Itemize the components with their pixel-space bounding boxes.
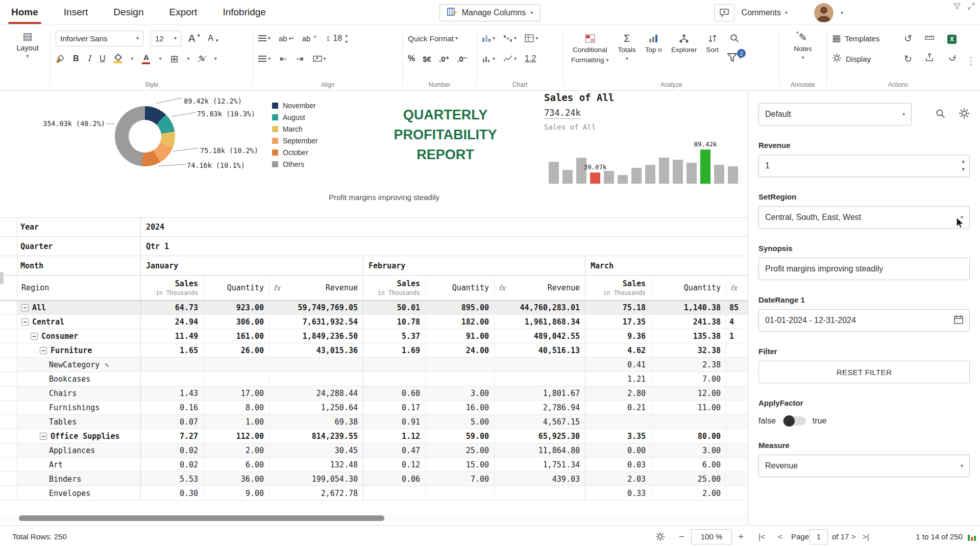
italic-button[interactable]: I xyxy=(88,55,91,63)
table-cell[interactable] xyxy=(726,358,748,371)
wrap-text-button[interactable]: ab↩ xyxy=(279,35,294,42)
font-family-select[interactable]: Inforiver Sans▾ xyxy=(56,31,143,46)
avatar-chevron-icon[interactable]: ▾ xyxy=(841,10,843,15)
fit-text-button[interactable]: ab＋ xyxy=(302,35,318,42)
increase-indent-button[interactable]: ⇥ xyxy=(296,55,303,63)
page-input[interactable] xyxy=(810,529,828,544)
table-cell[interactable]: 1,849,236.50 xyxy=(269,329,363,343)
synopsis-input[interactable] xyxy=(758,258,970,280)
table-cell[interactable]: 0.00 xyxy=(585,443,651,457)
table-cell[interactable]: 9.00 xyxy=(203,486,269,500)
comments-dropdown[interactable]: Comments ▾ xyxy=(742,8,788,17)
increase-font-button[interactable]: A▲ xyxy=(188,33,201,43)
pane-handle[interactable] xyxy=(0,272,4,284)
horizontal-scrollbar[interactable] xyxy=(0,514,748,522)
table-cell[interactable]: 69.38 xyxy=(269,415,363,429)
band-value-year[interactable]: 2024 xyxy=(141,218,725,236)
table-cell[interactable] xyxy=(425,372,494,386)
collapse-toggle-icon[interactable]: − xyxy=(40,433,47,440)
focus-mode-icon[interactable] xyxy=(968,3,975,12)
table-cell[interactable]: 24.00 xyxy=(425,343,494,357)
percent-format-button[interactable]: % xyxy=(408,55,415,63)
table-cell[interactable]: 65,925.30 xyxy=(494,429,585,443)
row-label-cell[interactable]: −Office Supplies xyxy=(17,429,141,443)
table-cell[interactable] xyxy=(726,472,748,486)
table-cell[interactable]: 80.00 xyxy=(651,429,726,443)
display-button[interactable]: Display xyxy=(832,53,897,64)
table-cell[interactable] xyxy=(494,486,585,500)
decrease-font-button[interactable]: A▼ xyxy=(208,34,219,42)
mini-chart-icon[interactable] xyxy=(968,526,976,547)
table-cell[interactable]: 0.30 xyxy=(141,486,203,500)
table-cell[interactable]: 1.12 xyxy=(363,429,425,443)
table-cell[interactable]: 91.00 xyxy=(425,329,494,343)
table-cell[interactable]: 3.00 xyxy=(651,443,726,457)
table-cell[interactable]: 43,015.36 xyxy=(269,343,363,357)
table-cell[interactable] xyxy=(726,343,748,357)
table-cell[interactable]: 32.38 xyxy=(651,343,726,357)
bar-column[interactable] xyxy=(645,165,655,184)
table-cell[interactable]: 4 xyxy=(726,315,748,329)
table-cell[interactable]: 6.00 xyxy=(651,458,726,471)
table-cell[interactable]: 0.16 xyxy=(141,401,203,414)
table-cell[interactable]: 59.00 xyxy=(425,429,494,443)
zoom-level[interactable]: 100 % xyxy=(691,526,732,547)
tab-home[interactable]: Home xyxy=(11,0,38,25)
table-cell[interactable]: 0.03 xyxy=(585,458,651,471)
table-cell[interactable]: 17.35 xyxy=(585,315,651,329)
table-cell[interactable]: 439.03 xyxy=(494,472,585,486)
setregion-select[interactable]: Central, South, East, West▾ xyxy=(758,206,970,229)
bold-button[interactable]: B xyxy=(73,55,79,63)
share-button[interactable] xyxy=(919,53,940,64)
table-cell[interactable]: 0.60 xyxy=(363,386,425,400)
font-color-button[interactable]: A xyxy=(142,54,150,64)
bar[interactable] xyxy=(618,175,628,184)
table-cell[interactable]: 59,749,769.05 xyxy=(269,301,363,314)
row-height-stepper[interactable]: ↕ 18 ▴▾ xyxy=(326,33,348,44)
clear-format-button[interactable]: ✎ xyxy=(198,55,205,63)
month-header-february[interactable]: February xyxy=(363,256,585,275)
table-cell[interactable]: 895.00 xyxy=(425,301,494,314)
table-cell[interactable]: 44,760,283.01 xyxy=(494,301,585,314)
legend-item[interactable]: November xyxy=(272,102,317,110)
spinner-chevrons[interactable]: ▴▾ xyxy=(962,158,965,172)
table-cell[interactable]: 36.00 xyxy=(203,472,269,486)
table-cell[interactable] xyxy=(726,429,748,443)
redo-button[interactable]: ↻ xyxy=(897,53,919,65)
decrease-indent-button[interactable]: ⇤ xyxy=(280,55,287,63)
table-cell[interactable]: 1,250.64 xyxy=(269,401,363,414)
table-cell[interactable]: 161.00 xyxy=(203,329,269,343)
col-header-revenue[interactable]: fxRevenue xyxy=(494,276,585,300)
table-cell[interactable] xyxy=(494,372,585,386)
table-cell[interactable]: 1 xyxy=(726,329,748,343)
band-label-quarter[interactable]: Quarter xyxy=(17,237,141,256)
table-cell[interactable]: 2.00 xyxy=(203,443,269,457)
table-cell[interactable]: 0.02 xyxy=(141,443,203,457)
table-cell[interactable]: 25.00 xyxy=(425,443,494,457)
revenue-input[interactable] xyxy=(758,155,970,177)
bar[interactable] xyxy=(631,168,642,184)
bar-column[interactable] xyxy=(659,158,669,184)
panel-search-icon[interactable] xyxy=(935,108,945,120)
row-label-cell[interactable]: Bookcases xyxy=(17,372,141,386)
table-cell[interactable] xyxy=(726,458,748,471)
legend-item[interactable]: September xyxy=(272,137,317,145)
band-value-quarter[interactable]: Qtr 1 xyxy=(141,237,725,256)
table-cell[interactable]: 0.07 xyxy=(141,415,203,429)
decimal-places-button[interactable]: 1.2 xyxy=(525,55,536,63)
line-chart-button[interactable]: ▾ xyxy=(503,55,517,63)
toggle-true-label[interactable]: true xyxy=(813,416,827,426)
table-cell[interactable]: 16.00 xyxy=(425,401,494,414)
table-cell[interactable]: 0.47 xyxy=(363,443,425,457)
layout-button[interactable]: ▤ Layout ▾ xyxy=(6,25,49,90)
table-cell[interactable]: 2.00 xyxy=(651,486,726,500)
row-label-cell[interactable]: Furnishings xyxy=(17,401,141,414)
totals-button[interactable]: Σ Totals ▾ xyxy=(616,30,639,63)
col-header-revenue[interactable]: fxRevenue xyxy=(269,276,363,300)
collapse-toggle-icon[interactable]: − xyxy=(40,347,47,354)
refresh-button[interactable] xyxy=(940,53,964,64)
tab-infobridge[interactable]: Infobridge xyxy=(223,0,266,25)
table-cell[interactable]: 1.00 xyxy=(203,415,269,429)
table-cell[interactable]: 923.00 xyxy=(203,301,269,314)
legend-item[interactable]: October xyxy=(272,148,317,157)
